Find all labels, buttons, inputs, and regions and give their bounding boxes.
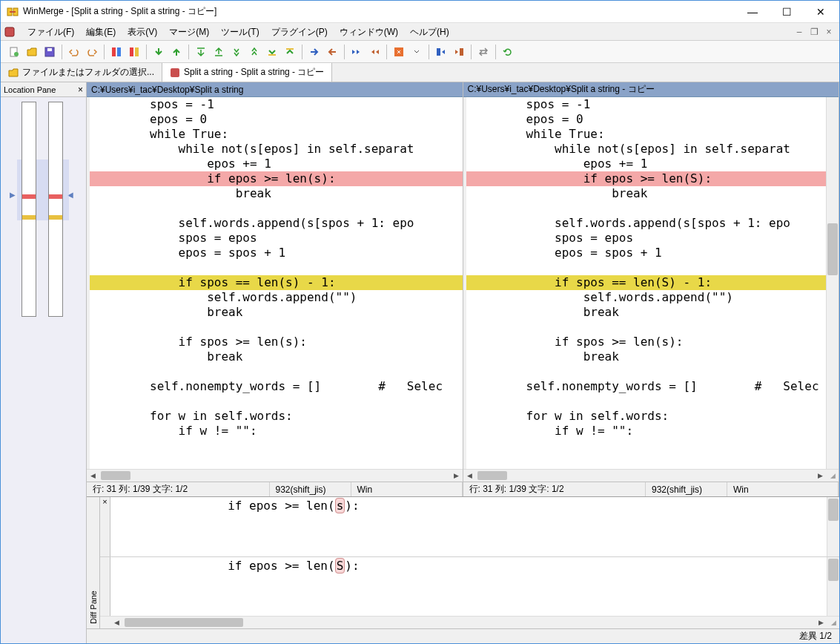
menu-file[interactable]: ファイル(F) [22, 24, 80, 40]
diff-vscroll[interactable] [827, 497, 839, 556]
diff-vscroll[interactable] [827, 557, 839, 617]
diff-icon-1[interactable] [108, 44, 125, 60]
right-pos: 行: 31 列: 1/39 文字: 1/2 [463, 482, 646, 496]
mdi-close[interactable]: × [821, 27, 836, 37]
all-right-icon[interactable] [433, 44, 449, 60]
app-window: WinMerge - [Split a string - Split a str… [0, 0, 840, 644]
left-status: 行: 31 列: 1/39 文字: 1/2 932(shift_jis) Win [87, 482, 463, 496]
right-path-header: C:¥Users¥i_tac¥Desktop¥Split a string - … [463, 82, 839, 97]
copy-left-icon[interactable] [324, 44, 340, 60]
scroll-left-icon[interactable]: ◀ [110, 617, 123, 628]
window-title: WinMerge - [Split a string - Split a str… [23, 5, 216, 18]
status-bar: 差異 1/2 [87, 628, 839, 643]
next-diff-icon[interactable] [151, 44, 167, 60]
svg-rect-2 [5, 27, 14, 36]
svg-point-4 [14, 52, 19, 56]
right-hscroll[interactable]: ◀ ▶ ◢ [463, 469, 839, 482]
location-pane: Location Pane × ▶ ◀ [1, 82, 87, 643]
diff-bottom-line[interactable]: if epos >= len(S): [110, 557, 827, 617]
hscroll-thumb[interactable] [101, 471, 130, 480]
right-code-view[interactable]: spos = -1 epos = 0 while True: while not… [466, 97, 827, 469]
menu-help[interactable]: ヘルプ(H) [404, 24, 455, 40]
titlebar[interactable]: WinMerge - [Split a string - Split a str… [1, 1, 839, 23]
prev-diff-icon[interactable] [168, 44, 185, 60]
tabbar: ファイルまたはフォルダの選択... Split a string - Split… [1, 63, 839, 82]
redo-icon[interactable] [84, 44, 100, 60]
right-enc: 932(shift_jis) [646, 482, 727, 496]
copy-right-icon[interactable] [306, 44, 323, 60]
new-icon[interactable] [6, 44, 22, 60]
right-pane: C:¥Users¥i_tac¥Desktop¥Split a string - … [463, 82, 840, 496]
tab-compare[interactable]: Split a string - Split a string - コピー [162, 63, 332, 82]
scroll-right-icon[interactable]: ▶ [450, 470, 463, 482]
hscroll-thumb[interactable] [125, 618, 243, 627]
maximize-button[interactable]: ☐ [770, 1, 804, 23]
location-pane-body[interactable]: ▶ ◀ [1, 97, 86, 643]
left-pane: C:¥Users¥i_tac¥Desktop¥Split a string sp… [87, 82, 463, 496]
undo-icon[interactable] [66, 44, 82, 60]
right-vscroll[interactable] [826, 97, 839, 469]
svg-rect-15 [460, 48, 463, 56]
vscroll-thumb[interactable] [827, 223, 838, 275]
close-button[interactable]: ✕ [804, 1, 838, 23]
mdi-minimize[interactable]: – [792, 27, 807, 37]
diff-icon-2[interactable] [126, 44, 142, 60]
first-diff-icon[interactable] [193, 44, 209, 60]
menu-edit[interactable]: 編集(E) [80, 24, 122, 40]
location-pane-title: Location Pane [4, 85, 56, 94]
next-diff-down-icon[interactable] [228, 44, 245, 60]
copy-left-adv-icon[interactable] [366, 44, 383, 60]
svg-rect-16 [171, 68, 179, 77]
swap-icon[interactable] [475, 44, 492, 60]
copy-right-adv-icon[interactable] [348, 44, 365, 60]
goto-diff-icon[interactable] [282, 44, 298, 60]
diff-marker [22, 215, 36, 220]
all-left-icon[interactable] [451, 44, 467, 60]
left-hscroll[interactable]: ◀ ▶ [87, 469, 463, 482]
last-diff-icon[interactable] [211, 44, 227, 60]
diff-hscroll[interactable]: ◀ ▶ ◢ [100, 616, 839, 628]
diff-marker [49, 194, 62, 199]
menu-tools[interactable]: ツール(T) [215, 24, 265, 40]
scroll-right-icon[interactable]: ▶ [815, 617, 827, 628]
scroll-left-icon[interactable]: ◀ [87, 470, 99, 482]
location-pane-close[interactable]: × [78, 85, 83, 95]
menu-merge[interactable]: マージ(M) [163, 24, 215, 40]
mdi-restore[interactable]: ❐ [807, 27, 821, 37]
diff-pane-close[interactable]: × [100, 497, 110, 556]
right-status: 行: 31 列: 1/39 文字: 1/2 932(shift_jis) Win [463, 482, 839, 496]
svg-rect-6 [47, 48, 52, 51]
current-diff-icon[interactable] [264, 44, 280, 60]
location-bar-right[interactable] [48, 102, 63, 317]
prev-diff-up-icon[interactable] [246, 44, 262, 60]
svg-rect-11 [268, 54, 276, 56]
options-icon[interactable] [391, 44, 407, 60]
scroll-right-icon[interactable]: ▶ [814, 470, 827, 482]
save-icon[interactable] [42, 44, 58, 60]
dropdown-icon[interactable] [409, 44, 425, 60]
menu-plugin[interactable]: プラグイン(P) [265, 24, 334, 40]
left-pos: 行: 31 列: 1/39 文字: 1/2 [87, 482, 270, 496]
diff-top-line[interactable]: if epos >= len(s): [110, 497, 827, 556]
menu-window[interactable]: ウィンドウ(W) [334, 24, 404, 40]
menu-view[interactable]: 表示(V) [122, 24, 163, 40]
location-bar-left[interactable] [22, 102, 36, 317]
open-icon[interactable] [24, 44, 40, 60]
svg-rect-12 [286, 48, 294, 50]
refresh-icon[interactable] [500, 44, 516, 60]
left-enc: 932(shift_jis) [270, 482, 351, 496]
diff-marker [22, 194, 36, 199]
menubar: ファイル(F) 編集(E) 表示(V) マージ(M) ツール(T) プラグイン(… [1, 23, 839, 41]
resize-grip-icon[interactable]: ◢ [827, 617, 839, 628]
scroll-left-icon[interactable]: ◀ [463, 470, 476, 482]
left-eol: Win [351, 482, 463, 496]
tab-label: ファイルまたはフォルダの選択... [22, 66, 154, 79]
svg-rect-14 [437, 48, 440, 56]
toolbar [1, 41, 839, 63]
diff-count: 差異 1/2 [799, 630, 832, 643]
minimize-button[interactable]: — [735, 1, 770, 23]
resize-grip-icon[interactable]: ◢ [827, 470, 839, 482]
hscroll-thumb[interactable] [477, 471, 507, 480]
tab-select-files[interactable]: ファイルまたはフォルダの選択... [1, 63, 162, 82]
left-code-view[interactable]: spos = -1 epos = 0 while True: while not… [90, 97, 463, 469]
